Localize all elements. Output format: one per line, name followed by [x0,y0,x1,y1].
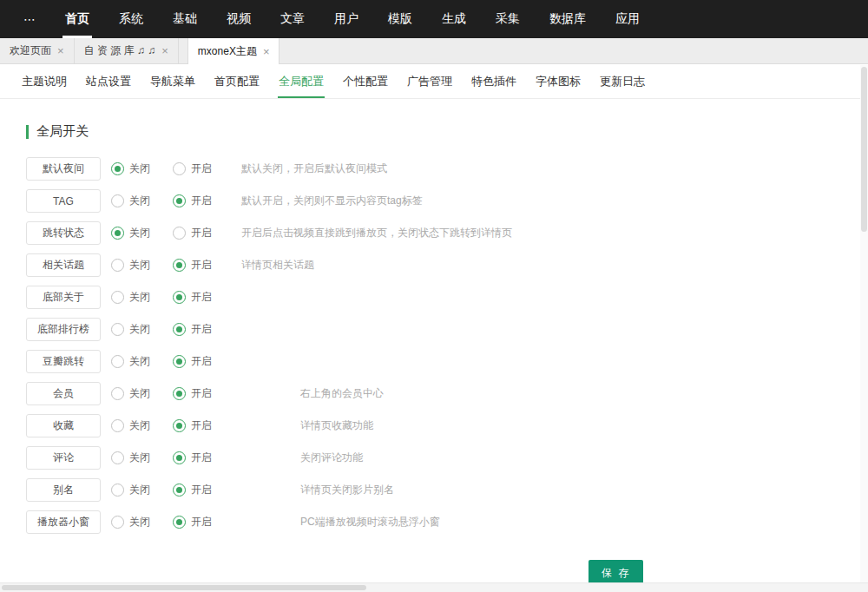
topnav-item-generate[interactable]: 生成 [427,0,481,38]
radio-label: 开启 [191,161,212,176]
topnav-item-video[interactable]: 视频 [212,0,266,38]
subtab-ad-manage[interactable]: 广告管理 [398,64,462,98]
tab-mxonex-theme[interactable]: mxoneX主题× [187,38,280,64]
topnav-item-system[interactable]: 系统 [104,0,158,38]
radio-on-player-float[interactable]: 开启 [173,515,212,530]
radio-on-footer-about[interactable]: 开启 [173,290,212,305]
radio-on-comment[interactable]: 开启 [173,451,212,465]
tab-close-icon[interactable]: × [263,46,270,57]
setting-label-favorite: 收藏 [26,414,101,437]
radio-on-jump-status[interactable]: 开启 [173,226,212,240]
radio-label: 关闭 [129,322,150,337]
tab-label: 自 资 源 库 ♫ ♫ [84,43,156,58]
tab-close-icon[interactable]: × [161,45,168,56]
radio-circle-icon [173,227,186,240]
radio-circle-icon [173,323,186,336]
setting-label-footer-rank: 底部排行榜 [26,318,101,341]
setting-row-comment: 评论关闭开启关闭评论功能 [26,446,842,470]
setting-row-footer-about: 底部关于关闭开启 [26,286,842,309]
topnav-item-home[interactable]: 首页 [50,0,104,38]
radio-group-jump-status: 关闭开启 [111,226,231,240]
tab-close-icon[interactable]: × [57,45,64,56]
setting-label-alias: 别名 [26,478,101,502]
setting-row-player-float: 播放器小窗关闭开启PC端播放视频时滚动悬浮小窗 [26,510,842,534]
radio-group-favorite: 关闭开启 [111,418,231,433]
vertical-scrollbar[interactable] [860,65,868,582]
radio-off-footer-rank[interactable]: 关闭 [111,322,150,337]
radio-off-tag[interactable]: 关闭 [111,194,150,208]
subtab-featured-plugins[interactable]: 特色插件 [462,64,526,98]
tab-resource-lib[interactable]: 自 资 源 库 ♫ ♫× [75,38,179,63]
radio-label: 开启 [191,418,212,433]
setting-label-member: 会员 [26,382,101,405]
radio-off-comment[interactable]: 关闭 [111,451,150,465]
radio-off-favorite[interactable]: 关闭 [111,418,150,433]
topnav-item-article[interactable]: 文章 [266,0,319,38]
topnav-item-basic[interactable]: 基础 [158,0,212,38]
radio-off-night-mode[interactable]: 关闭 [111,161,150,176]
subtab-site-settings[interactable]: 站点设置 [76,64,141,98]
radio-off-footer-about[interactable]: 关闭 [111,290,150,305]
radio-label: 开启 [191,290,212,305]
topnav-item-user[interactable]: 用户 [319,0,373,38]
radio-on-member[interactable]: 开启 [173,386,212,401]
setting-label-douban-jump: 豆瓣跳转 [26,350,101,373]
radio-group-alias: 关闭开启 [111,483,231,497]
topnav-item-app[interactable]: 应用 [601,0,654,38]
radio-circle-icon [111,355,124,368]
radio-label: 关闭 [129,290,150,305]
radio-on-tag[interactable]: 开启 [173,194,212,208]
settings-list: 默认夜间关闭开启默认关闭，开启后默认夜间模式TAG关闭开启默认开启，关闭则不显示… [26,157,842,534]
setting-row-footer-rank: 底部排行榜关闭开启 [26,318,842,341]
radio-circle-icon [173,162,186,175]
radio-on-night-mode[interactable]: 开启 [173,161,212,176]
subtab-personal-config[interactable]: 个性配置 [333,64,398,98]
radio-label: 开启 [191,386,212,401]
radio-on-related-topic[interactable]: 开启 [173,258,212,273]
radio-label: 开启 [191,194,212,208]
setting-desc-jump-status: 开启后点击视频直接跳到播放页，关闭状态下跳转到详情页 [241,226,512,240]
horizontal-scrollbar[interactable] [0,582,868,592]
radio-on-favorite[interactable]: 开启 [173,418,212,433]
radio-off-player-float[interactable]: 关闭 [111,515,150,530]
radio-group-comment: 关闭开启 [111,451,231,465]
radio-off-jump-status[interactable]: 关闭 [111,226,150,240]
topnav-item-collect[interactable]: 采集 [481,0,535,38]
window-tabbar: 欢迎页面×自 资 源 库 ♫ ♫×mxoneX主题× [0,38,868,64]
vertical-scrollbar-thumb[interactable] [861,67,867,232]
radio-group-douban-jump: 关闭开启 [111,354,231,369]
radio-label: 开启 [191,258,212,273]
topnav-item-more[interactable]: ⋯ [9,0,50,38]
radio-on-footer-rank[interactable]: 开启 [173,322,212,337]
setting-desc-related-topic: 详情页相关话题 [241,258,314,273]
radio-off-member[interactable]: 关闭 [111,386,150,401]
subtab-global-config[interactable]: 全局配置 [269,64,333,98]
topnav-item-database[interactable]: 数据库 [535,0,601,38]
setting-row-jump-status: 跳转状态关闭开启开启后点击视频直接跳到播放页，关闭状态下跳转到详情页 [26,221,842,245]
radio-circle-icon [173,259,186,272]
subtab-theme-intro[interactable]: 主题说明 [12,64,76,98]
radio-circle-icon [111,483,124,497]
radio-group-tag: 关闭开启 [111,194,231,208]
radio-circle-icon [111,323,124,336]
section-title-text: 全局开关 [36,123,89,140]
tab-welcome[interactable]: 欢迎页面× [0,38,75,63]
setting-row-night-mode: 默认夜间关闭开启默认关闭，开启后默认夜间模式 [26,157,842,181]
subtab-changelog[interactable]: 更新日志 [590,64,654,98]
tab-label: mxoneX主题 [198,44,257,59]
radio-circle-icon [111,227,124,240]
radio-off-douban-jump[interactable]: 关闭 [111,354,150,369]
radio-circle-icon [173,387,186,400]
radio-off-alias[interactable]: 关闭 [111,483,150,497]
subtab-home-config[interactable]: 首页配置 [205,64,269,98]
topnav-item-template[interactable]: 模版 [373,0,427,38]
radio-label: 关闭 [129,515,150,530]
radio-off-related-topic[interactable]: 关闭 [111,258,150,273]
subtab-nav-menu[interactable]: 导航菜单 [141,64,205,98]
radio-circle-icon [111,291,124,304]
horizontal-scrollbar-thumb[interactable] [2,585,366,590]
radio-on-douban-jump[interactable]: 开启 [173,354,212,369]
subtab-font-icons[interactable]: 字体图标 [526,64,590,98]
radio-on-alias[interactable]: 开启 [173,483,212,497]
radio-circle-icon [173,483,186,497]
